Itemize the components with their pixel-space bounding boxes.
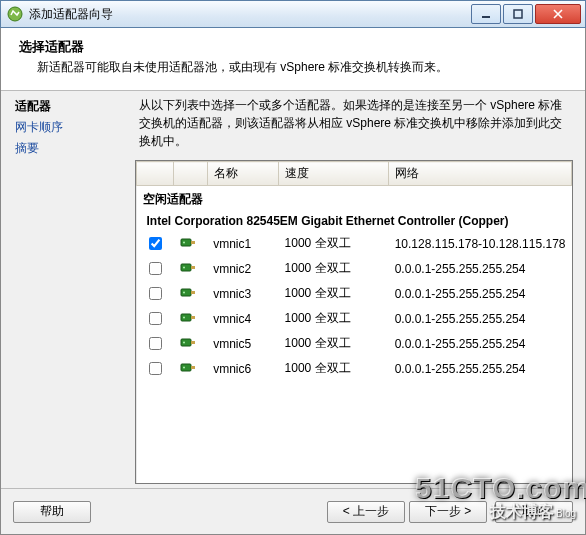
cell-speed: 1000 全双工	[279, 356, 389, 381]
cell-network: 10.128.115.178-10.128.115.178	[389, 231, 572, 256]
col-icon[interactable]	[174, 162, 207, 186]
nic-icon	[180, 236, 196, 248]
svg-rect-3	[181, 239, 191, 246]
cell-network: 0.0.0.1-255.255.255.254	[389, 356, 572, 381]
svg-rect-1	[482, 16, 490, 18]
row-checkbox[interactable]	[149, 237, 162, 250]
svg-rect-7	[191, 266, 195, 269]
header-title: 选择适配器	[19, 38, 567, 56]
cell-name: vmnic2	[207, 256, 278, 281]
cell-name: vmnic1	[207, 231, 278, 256]
window-title: 添加适配器向导	[29, 6, 113, 23]
nic-icon	[180, 336, 196, 348]
minimize-button[interactable]	[471, 4, 501, 24]
svg-rect-4	[191, 241, 195, 244]
cell-speed: 1000 全双工	[279, 256, 389, 281]
row-checkbox[interactable]	[149, 337, 162, 350]
nic-icon	[180, 261, 196, 273]
cell-network: 0.0.0.1-255.255.255.254	[389, 331, 572, 356]
row-checkbox[interactable]	[149, 362, 162, 375]
cell-speed: 1000 全双工	[279, 231, 389, 256]
header-subtitle: 新适配器可能取自未使用适配器池，或由现有 vSphere 标准交换机转换而来。	[19, 59, 567, 76]
table-row[interactable]: vmnic61000 全双工0.0.0.1-255.255.255.254	[137, 356, 572, 381]
cell-network: 0.0.0.1-255.255.255.254	[389, 306, 572, 331]
svg-rect-15	[181, 339, 191, 346]
cell-network: 0.0.0.1-255.255.255.254	[389, 281, 572, 306]
cell-name: vmnic4	[207, 306, 278, 331]
wizard-header: 选择适配器 新适配器可能取自未使用适配器池，或由现有 vSphere 标准交换机…	[1, 28, 585, 91]
cell-speed: 1000 全双工	[279, 281, 389, 306]
table-row[interactable]: vmnic41000 全双工0.0.0.1-255.255.255.254	[137, 306, 572, 331]
wizard-step[interactable]: 网卡顺序	[15, 117, 125, 138]
cell-name: vmnic6	[207, 356, 278, 381]
subgroup-row: Intel Corporation 82545EM Gigabit Ethern…	[137, 211, 572, 231]
svg-point-14	[183, 317, 185, 319]
svg-point-8	[183, 267, 185, 269]
adapter-table[interactable]: 名称 速度 网络 空闲适配器Intel Corporation 82545EM …	[135, 160, 573, 484]
titlebar: 添加适配器向导	[0, 0, 586, 28]
cell-name: vmnic3	[207, 281, 278, 306]
cancel-button[interactable]: 取消	[495, 501, 573, 523]
nic-icon	[180, 286, 196, 298]
svg-rect-6	[181, 264, 191, 271]
instruction-text: 从以下列表中选择一个或多个适配器。如果选择的是连接至另一个 vSphere 标准…	[133, 96, 575, 160]
table-row[interactable]: vmnic11000 全双工10.128.115.178-10.128.115.…	[137, 231, 572, 256]
col-checkbox[interactable]	[137, 162, 174, 186]
col-network[interactable]: 网络	[389, 162, 572, 186]
nic-icon	[180, 311, 196, 323]
svg-rect-12	[181, 314, 191, 321]
row-checkbox[interactable]	[149, 312, 162, 325]
svg-point-5	[183, 242, 185, 244]
col-speed[interactable]: 速度	[279, 162, 389, 186]
wizard-step[interactable]: 适配器	[15, 96, 125, 117]
maximize-button[interactable]	[503, 4, 533, 24]
cell-network: 0.0.0.1-255.255.255.254	[389, 256, 572, 281]
close-button[interactable]	[535, 4, 581, 24]
wizard-dialog: 选择适配器 新适配器可能取自未使用适配器池，或由现有 vSphere 标准交换机…	[0, 28, 586, 535]
next-button[interactable]: 下一步 >	[409, 501, 487, 523]
svg-rect-19	[191, 366, 195, 369]
wizard-step[interactable]: 摘要	[15, 138, 125, 159]
help-button[interactable]: 帮助	[13, 501, 91, 523]
cell-name: vmnic5	[207, 331, 278, 356]
table-row[interactable]: vmnic51000 全双工0.0.0.1-255.255.255.254	[137, 331, 572, 356]
svg-rect-13	[191, 316, 195, 319]
svg-rect-16	[191, 341, 195, 344]
back-button[interactable]: < 上一步	[327, 501, 405, 523]
wizard-footer: 帮助 < 上一步 下一步 > 取消	[1, 488, 585, 534]
table-row[interactable]: vmnic21000 全双工0.0.0.1-255.255.255.254	[137, 256, 572, 281]
row-checkbox[interactable]	[149, 262, 162, 275]
svg-rect-2	[514, 10, 522, 18]
svg-rect-9	[181, 289, 191, 296]
col-name[interactable]: 名称	[207, 162, 278, 186]
nic-icon	[180, 361, 196, 373]
svg-rect-10	[191, 291, 195, 294]
svg-point-20	[183, 367, 185, 369]
app-icon	[7, 6, 23, 22]
group-row: 空闲适配器	[137, 186, 572, 212]
row-checkbox[interactable]	[149, 287, 162, 300]
wizard-steps: 适配器 网卡顺序 摘要	[11, 96, 129, 484]
cell-speed: 1000 全双工	[279, 331, 389, 356]
cell-speed: 1000 全双工	[279, 306, 389, 331]
table-row[interactable]: vmnic31000 全双工0.0.0.1-255.255.255.254	[137, 281, 572, 306]
svg-rect-18	[181, 364, 191, 371]
svg-point-11	[183, 292, 185, 294]
svg-point-17	[183, 342, 185, 344]
